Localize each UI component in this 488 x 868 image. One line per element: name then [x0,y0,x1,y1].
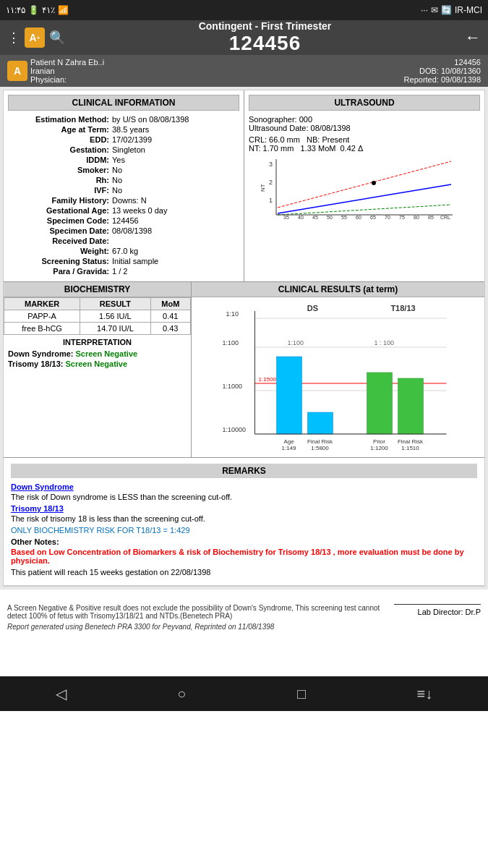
svg-text:1:149: 1:149 [281,445,296,451]
svg-text:1:1000: 1:1000 [223,383,243,390]
us-nb: NB: Present [307,135,349,144]
more-icon: ··· [421,5,428,15]
field-screening: Screening Status: Initial sample [8,257,239,265]
label-family: Family History: [8,196,109,205]
patient-logo-area: A+ [25,27,45,48]
back-nav-button[interactable]: ◁ [56,685,67,702]
lab-director: Lab Director: Dr.P [394,608,481,616]
back-button[interactable]: ← [465,28,481,47]
android-nav-bar: ◁ ○ □ ≡↓ [0,676,488,711]
top-two-col: CLINICAL INFORMATION Estimation Method: … [4,90,484,282]
warning-text: Based on Low Concentration of Biomarkers… [11,548,477,565]
patient-name: Zahra Eb..i [65,58,104,67]
main-content: CLINICAL INFORMATION Estimation Method: … [0,87,488,590]
field-ga: Gestational Age: 13 weeks 0 day [8,206,239,215]
field-age: Age at Term: 38.5 years [8,125,239,134]
value-ga: 13 weeks 0 day [112,206,239,215]
svg-text:1:100: 1:100 [288,339,304,346]
sync-icon: 🔄 [441,5,452,15]
label-age: Age at Term: [8,125,109,134]
svg-text:1: 1 [269,197,273,204]
field-weight: Weight: 67.0 kg [8,247,239,255]
secondary-nav: A Patient N Zahra Eb..i Iranian Physicia… [0,55,488,87]
value-screening: Initial sample [112,257,239,265]
ds-interp-value: Screen Negative [76,349,138,358]
value-family: Downs: N [112,196,239,205]
clinical-info-title: CLINICAL INFORMATION [8,95,239,111]
battery-icon: 🔋 [28,5,39,15]
us-measurements: CRL: 66.0 mm NB: Present NT: 1.70 mm 1.3… [249,135,480,153]
label-para: Para / Gravida: [8,267,109,276]
value-specimen-code: 124456 [112,216,239,225]
field-smoker: Smoker: No [8,166,239,174]
svg-point-19 [372,181,376,185]
svg-text:2: 2 [269,179,273,186]
patient-label: Patient N Zahra Eb..i [30,58,104,67]
nt-chart-area: 3 2 1 NT 35 40 45 50 55 60 65 70 [249,156,480,228]
dob-info: 124456 DOB: 10/08/1360 Reported: 09/08/1… [404,58,481,84]
svg-line-16 [278,161,451,208]
svg-text:65: 65 [370,215,376,220]
report-card: CLINICAL INFORMATION Estimation Method: … [3,90,485,587]
value-edd: 17/02/1399 [112,135,239,144]
label-estimation: Estimation Method: [8,115,109,124]
svg-text:80: 80 [414,215,419,220]
label-specimen-code: Specimen Code: [8,216,109,225]
interpretation-title: INTERPRETATION [8,338,187,346]
result-bhcg: 14.70 IU/L [80,323,150,335]
home-nav-button[interactable]: ○ [177,686,186,702]
menu-nav-button[interactable]: ≡↓ [417,686,433,702]
field-ivf: IVF: No [8,186,239,195]
footer-right: Lab Director: Dr.P [394,604,481,616]
value-specimen-date: 08/08/1398 [112,226,239,235]
search-icon[interactable]: 🔍 [49,30,65,46]
value-estimation: by U/S on 08/08/1398 [112,115,239,124]
us-nt-row: NT: 1.70 mm 1.33 MoM 0.42 Δ [249,144,480,153]
status-left: ۱۱:۴۵ 🔋 ۴۱٪ 📶 [6,5,69,15]
dob: DOB: 10/08/1360 [404,67,481,75]
label-specimen-date: Specimen Date: [8,226,109,235]
remarks-title: REMARKS [11,464,477,478]
clinical-results-title: CLINICAL RESULTS (at term) [192,282,484,297]
menu-dots-icon[interactable]: ⋮ [7,30,20,46]
label-received: Received Date: [8,237,109,245]
clinical-fields: Estimation Method: by U/S on 08/08/1398 … [8,115,239,276]
svg-text:70: 70 [385,215,390,220]
patient-id2: 124456 [404,58,481,67]
other-notes-title: Other Notes: [11,537,477,546]
label-smoker: Smoker: [8,166,109,174]
field-edd: EDD: 17/02/1399 [8,135,239,144]
ds-remark-title: Down Syndrome [11,482,477,491]
value-age: 38.5 years [112,125,239,134]
us-sonographer: Sonographer: 000 [249,115,480,124]
svg-rect-37 [308,412,333,434]
svg-text:50: 50 [327,215,333,220]
svg-text:1 : 100: 1 : 100 [374,339,395,346]
disclaimer-text: A Screen Negative & Positive result does… [7,604,387,620]
svg-text:1:100: 1:100 [223,339,239,346]
trisomy-remark-text: The risk of trisomy 18 is less than the … [11,514,477,523]
svg-text:T18/13: T18/13 [390,304,415,312]
remarks-section: REMARKS Down Syndrome The risk of Down s… [4,458,484,586]
field-family: Family History: Downs: N [8,196,239,205]
other-notes: Other Notes: Based on Low Concentration … [11,537,477,565]
ultrasound-col: ULTRASOUND Sonographer: 000 Ultrasound D… [244,90,484,281]
svg-rect-38 [367,373,393,434]
email-icon: ✉ [431,5,438,15]
mom-bhcg: 0.43 [150,323,190,335]
us-mom: 1.33 MoM [301,144,336,153]
patient-info-bar: A Patient N Zahra Eb..i Iranian Physicia… [7,58,104,84]
svg-text:40: 40 [298,215,304,220]
value-iddm: Yes [112,156,239,164]
table-row: PAPP-A 1.56 IU/L 0.41 [4,310,191,323]
label-edd: EDD: [8,135,109,144]
footer-area: A Screen Negative & Positive result does… [0,590,488,676]
value-smoker: No [112,166,239,174]
svg-text:1:10000: 1:10000 [223,426,247,433]
reported-date: Reported: 09/08/1398 [404,75,481,84]
us-date: Ultrasound Date: 08/08/1398 [249,124,480,132]
footer-bottom-row: A Screen Negative & Positive result does… [7,604,481,631]
us-delta: 0.42 Δ [341,144,364,153]
svg-rect-39 [398,378,424,434]
recent-nav-button[interactable]: □ [297,686,306,702]
